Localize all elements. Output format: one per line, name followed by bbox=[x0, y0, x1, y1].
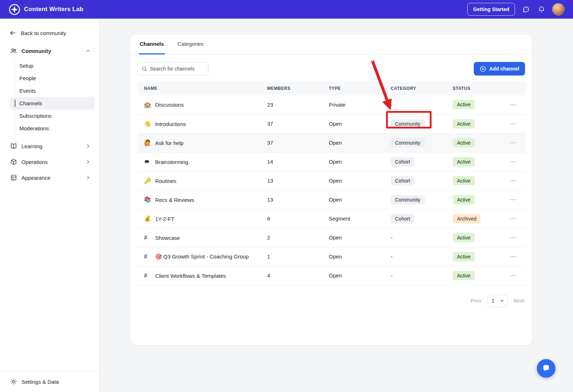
table-row[interactable]: 🔑 Routines 13 Open Cohort Active ⋯ bbox=[138, 171, 526, 190]
community-label: Community bbox=[21, 48, 81, 54]
page-select[interactable]: 1 bbox=[487, 295, 508, 307]
search-input[interactable] bbox=[138, 62, 208, 76]
layout: Back to community Community Setup People… bbox=[0, 19, 573, 392]
category-badge: - bbox=[391, 253, 393, 260]
appearance-label: Appearance bbox=[21, 175, 81, 181]
channels-card: Channels Categories bbox=[130, 34, 533, 345]
channel-name: Brainstorming bbox=[155, 159, 188, 165]
row-menu-button[interactable]: ⋯ bbox=[510, 215, 516, 222]
chevron-right-icon bbox=[85, 174, 91, 181]
notifications-button[interactable] bbox=[536, 4, 546, 14]
sidebar: Back to community Community Setup People… bbox=[0, 19, 100, 392]
row-menu-button[interactable]: ⋯ bbox=[510, 253, 516, 260]
table-row[interactable]: # Client Workflows & Templates 4 Open - … bbox=[138, 266, 526, 285]
col-header-status: STATUS bbox=[453, 82, 503, 95]
brand: Content Writers Lab bbox=[9, 4, 83, 15]
tab-channels[interactable]: Channels bbox=[139, 34, 165, 54]
sidebar-item-setup[interactable]: Setup bbox=[10, 59, 95, 72]
channel-type: Open bbox=[329, 247, 391, 266]
row-menu-button[interactable]: ⋯ bbox=[510, 120, 516, 127]
row-menu-button[interactable]: ⋯ bbox=[510, 272, 516, 279]
settings-data-label: Settings & Data bbox=[21, 379, 59, 385]
next-page-button[interactable]: Next bbox=[514, 298, 524, 304]
back-arrow-icon bbox=[9, 29, 16, 37]
getting-started-button[interactable]: Getting Started bbox=[467, 3, 515, 16]
sidebar-item-subscriptions[interactable]: Subscriptions bbox=[10, 110, 95, 122]
channel-name: Ask for help bbox=[155, 140, 183, 146]
channel-type: Open bbox=[329, 114, 391, 133]
channel-emoji-icon: 💰 bbox=[144, 215, 154, 222]
chevron-right-icon bbox=[85, 143, 91, 149]
col-header-members: MEMBERS bbox=[267, 82, 329, 95]
channel-members: 13 bbox=[267, 171, 329, 190]
topbar: Content Writers Lab Getting Started bbox=[0, 0, 573, 19]
table-row[interactable]: 💰 1Y-2-FT 8 Segment Cohort Archived ⋯ bbox=[138, 209, 526, 228]
sidebar-item-settings-data[interactable]: Settings & Data bbox=[0, 371, 99, 392]
row-menu-button[interactable]: ⋯ bbox=[510, 101, 516, 108]
channel-members: 2 bbox=[267, 228, 329, 247]
toolbar: Add channel bbox=[138, 55, 525, 82]
chevron-right-icon bbox=[85, 159, 91, 165]
channel-members: 8 bbox=[267, 209, 329, 228]
sidebar-item-learning[interactable]: Learning bbox=[0, 138, 99, 154]
back-to-community-link[interactable]: Back to community bbox=[0, 21, 99, 43]
sidebar-item-people[interactable]: People bbox=[10, 72, 95, 84]
table-row[interactable]: 📚 Recs & Reviews 13 Open Community Activ… bbox=[138, 190, 526, 209]
status-badge: Active bbox=[453, 195, 475, 204]
channel-type: Open bbox=[329, 171, 391, 190]
user-avatar[interactable] bbox=[552, 3, 564, 15]
table-row[interactable]: 👋 Introductions 37 Open Community Active… bbox=[138, 114, 526, 133]
status-badge: Active bbox=[453, 157, 475, 166]
operations-label: Operations bbox=[21, 159, 81, 165]
channel-name: Recs & Reviews bbox=[155, 197, 194, 203]
channel-emoji-icon: 👋 bbox=[144, 120, 154, 127]
learning-label: Learning bbox=[21, 143, 81, 149]
chevron-down-icon bbox=[500, 298, 505, 303]
current-page: 1 bbox=[492, 298, 495, 304]
status-badge: Active bbox=[453, 252, 475, 261]
table-row[interactable]: # Showcase 2 Open - Active ⋯ bbox=[138, 228, 526, 247]
row-menu-button[interactable]: ⋯ bbox=[510, 234, 516, 241]
row-menu-button[interactable]: ⋯ bbox=[510, 158, 516, 165]
status-badge: Active bbox=[453, 119, 475, 129]
chat-widget-button[interactable] bbox=[537, 359, 555, 378]
gear-icon bbox=[10, 378, 17, 385]
sidebar-item-events[interactable]: Events bbox=[10, 84, 95, 97]
chat-bubble-icon bbox=[522, 6, 530, 13]
channel-members: 37 bbox=[267, 133, 329, 152]
prev-page-button[interactable]: Prev bbox=[471, 298, 481, 304]
sidebar-item-community[interactable]: Community bbox=[0, 43, 99, 59]
sidebar-item-channels[interactable]: Channels bbox=[10, 97, 95, 110]
channels-table: NAME MEMBERS TYPE CATEGORY STATUS bbox=[138, 82, 526, 285]
channel-name: Showcase bbox=[155, 235, 180, 241]
table-row[interactable]: 🌧 Brainstorming 14 Open Cohort Active ⋯ bbox=[138, 152, 526, 171]
learning-icon bbox=[10, 142, 17, 150]
channel-type: Open bbox=[329, 133, 391, 152]
status-badge: Active bbox=[453, 176, 475, 185]
messages-button[interactable] bbox=[521, 4, 531, 14]
sidebar-item-appearance[interactable]: Appearance bbox=[0, 170, 99, 185]
add-channel-label: Add channel bbox=[489, 66, 519, 72]
row-menu-button[interactable]: ⋯ bbox=[510, 196, 516, 203]
category-badge: Cohort bbox=[391, 214, 414, 223]
back-to-community-label: Back to community bbox=[21, 30, 66, 36]
category-badge: - bbox=[391, 272, 393, 279]
channel-members: 37 bbox=[267, 114, 329, 133]
app: Content Writers Lab Getting Started Back… bbox=[0, 0, 573, 392]
chat-bubble-icon bbox=[542, 364, 550, 373]
channels-table-body: 🏫 Discussions 23 Private - Active ⋯ bbox=[138, 95, 526, 285]
sidebar-item-moderations[interactable]: Moderations bbox=[10, 122, 95, 135]
sidebar-item-operations[interactable]: Operations bbox=[0, 154, 99, 170]
row-menu-button[interactable]: ⋯ bbox=[510, 177, 516, 184]
add-channel-button[interactable]: Add channel bbox=[474, 62, 525, 76]
table-row[interactable]: 🙋 Ask for help 37 Open Community Active … bbox=[138, 133, 526, 152]
tab-categories[interactable]: Categories bbox=[177, 34, 204, 54]
channel-emoji-icon: 🔑 bbox=[144, 177, 154, 184]
bell-icon bbox=[538, 6, 545, 13]
channel-members: 1 bbox=[267, 247, 329, 266]
table-row[interactable]: # 🎯 Q3 Growth Sprint - Coaching Group 1 … bbox=[138, 247, 526, 266]
pagination: Prev 1 Next bbox=[138, 285, 525, 307]
row-menu-button[interactable]: ⋯ bbox=[510, 139, 516, 146]
channel-emoji-icon: # bbox=[144, 272, 154, 279]
table-row[interactable]: 🏫 Discussions 23 Private - Active ⋯ bbox=[138, 95, 526, 114]
